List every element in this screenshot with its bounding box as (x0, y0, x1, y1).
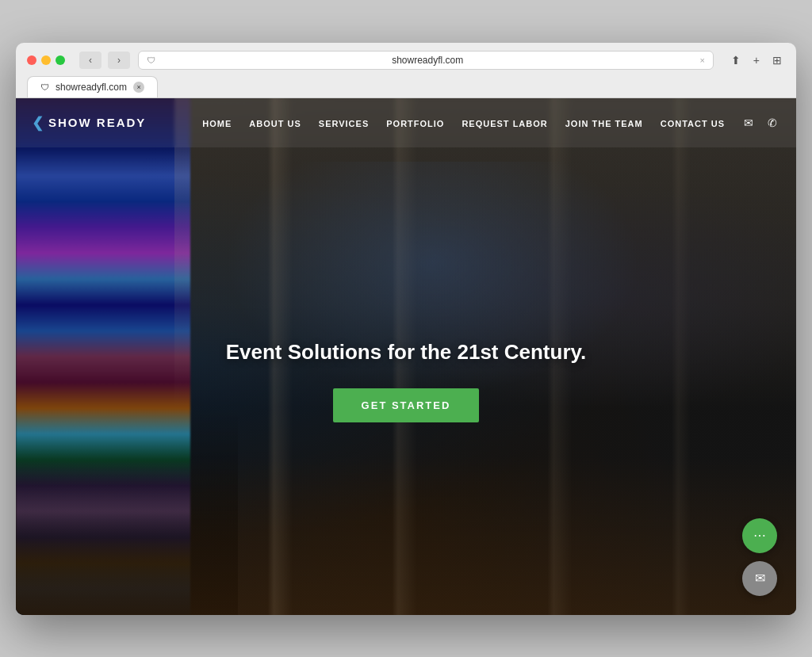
nav-item-home: HOME (194, 116, 239, 130)
browser-actions: ⬆ + ⊞ (728, 52, 785, 68)
tab-favicon: 🛡 (40, 82, 49, 92)
hero-section: Event Solutions for the 21st Century. GE… (16, 147, 796, 615)
email-nav-icon[interactable]: ✉ (741, 113, 756, 132)
nav-link-about[interactable]: ABOUT US (241, 114, 308, 133)
logo[interactable]: ❮ SHOW READY (32, 114, 146, 132)
nav-links: HOME ABOUT US SERVICES PORTFOLIO REQUEST… (194, 116, 733, 130)
tab-close-button[interactable]: × (133, 82, 144, 93)
shield-icon: 🛡 (147, 55, 155, 65)
nav-item-about: ABOUT US (241, 116, 308, 130)
nav-link-portfolio[interactable]: PORTFOLIO (378, 114, 452, 133)
browser-controls: ‹ › (79, 52, 130, 69)
active-tab[interactable]: 🛡 showreadyfl.com × (27, 76, 158, 97)
share-fab-icon: ⋯ (753, 528, 766, 543)
nav-link-home[interactable]: HOME (194, 114, 239, 133)
email-fab-icon: ✉ (755, 571, 765, 586)
nav-link-join-team[interactable]: JOIN THE TEAM (557, 114, 651, 133)
nav-item-contact: CONTACT US (653, 116, 733, 130)
nav-link-request-labor[interactable]: REQUEST LABOR (454, 114, 555, 133)
address-bar[interactable]: 🛡 showreadyfl.com × (138, 51, 714, 70)
maximize-window-button[interactable] (56, 55, 65, 65)
nav-link-contact[interactable]: CONTACT US (653, 114, 733, 133)
navbar: ❮ SHOW READY HOME ABOUT US SERVICES PORT… (16, 98, 796, 147)
nav-item-portfolio: PORTFOLIO (378, 116, 452, 130)
website-content: ❮ SHOW READY HOME ABOUT US SERVICES PORT… (16, 98, 796, 615)
traffic-lights (27, 55, 65, 65)
email-fab-button[interactable]: ✉ (742, 561, 777, 596)
url-text: showreadyfl.com (160, 55, 695, 66)
close-tab-icon[interactable]: × (699, 55, 704, 65)
logo-chevron-icon: ❮ (32, 114, 44, 132)
close-window-button[interactable] (27, 55, 36, 65)
hero-tagline: Event Solutions for the 21st Century. (226, 340, 587, 365)
nav-icons: ✉ ✆ (741, 113, 780, 132)
nav-link-services[interactable]: SERVICES (311, 114, 377, 133)
browser-chrome: ‹ › 🛡 showreadyfl.com × ⬆ + ⊞ 🛡 showread… (16, 43, 796, 98)
minimize-window-button[interactable] (41, 55, 51, 65)
nav-item-services: SERVICES (311, 116, 377, 130)
browser-window: ‹ › 🛡 showreadyfl.com × ⬆ + ⊞ 🛡 showread… (16, 43, 796, 615)
back-button[interactable]: ‹ (79, 52, 102, 69)
grid-button[interactable]: ⊞ (769, 52, 785, 68)
title-bar: ‹ › 🛡 showreadyfl.com × ⬆ + ⊞ (27, 51, 785, 70)
nav-item-join-team: JOIN THE TEAM (557, 116, 651, 130)
new-tab-button[interactable]: + (750, 52, 763, 68)
share-fab-button[interactable]: ⋯ (742, 518, 777, 553)
forward-button[interactable]: › (108, 52, 130, 69)
tab-label: showreadyfl.com (56, 82, 127, 93)
browser-tabs: 🛡 showreadyfl.com × (27, 76, 785, 97)
nav-item-request-labor: REQUEST LABOR (454, 116, 555, 130)
logo-text: SHOW READY (48, 116, 146, 129)
get-started-button[interactable]: GET STARTED (333, 388, 480, 422)
share-button[interactable]: ⬆ (728, 52, 744, 68)
fab-container: ⋯ ✉ (742, 518, 777, 596)
phone-nav-icon[interactable]: ✆ (764, 113, 780, 132)
